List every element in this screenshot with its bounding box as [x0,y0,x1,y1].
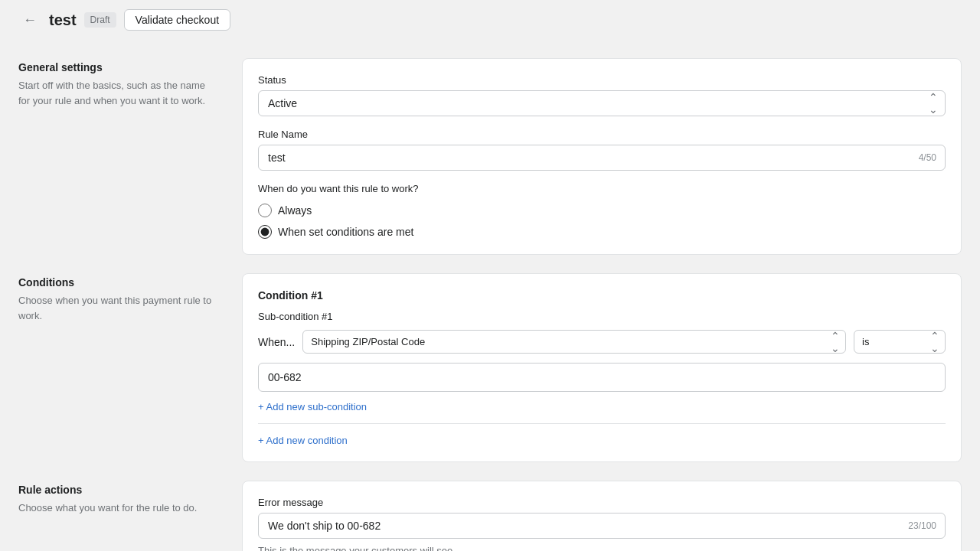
condition-value-input[interactable] [258,363,946,392]
conditions-card: Condition #1 Sub-condition #1 When... Sh… [242,273,962,462]
rule-actions-left: Rule actions Choose what you want for th… [18,481,217,551]
error-message-input-wrapper: 23/100 [258,513,946,539]
general-settings-left: General settings Start off with the basi… [18,58,217,255]
rule-actions-card: Error message 23/100 This is the message… [242,481,962,551]
conditions-right: Condition #1 Sub-condition #1 When... Sh… [242,273,962,462]
rule-actions-title: Rule actions [18,484,217,496]
page-header: ← test Draft Validate checkout [0,0,980,40]
status-group: Status Active Inactive ⌃⌄ [258,74,946,116]
rule-name-label: Rule Name [258,129,946,140]
radio-conditions-option[interactable]: When set conditions are met [258,225,946,239]
radio-always-option[interactable]: Always [258,204,946,217]
general-settings-card: Status Active Inactive ⌃⌄ Rule Name [242,58,962,255]
when-question-group: When do you want this rule to work? Alwa… [258,183,946,239]
condition-field-select[interactable]: Shipping ZIP/Postal Code Billing ZIP/Pos… [302,330,846,354]
error-message-char-count: 23/100 [908,520,936,531]
status-select-wrapper: Active Inactive ⌃⌄ [258,90,946,116]
radio-always-input[interactable] [258,204,272,217]
validate-checkout-button[interactable]: Validate checkout [124,9,230,31]
conditions-desc: Choose when you want this payment rule t… [18,293,217,323]
when-question: When do you want this rule to work? [258,183,946,194]
condition-operator-select[interactable]: is is not contains starts with ends with [854,330,946,354]
sub-condition-1-title: Sub-condition #1 [258,311,946,322]
rule-actions-desc: Choose what you want for the rule to do. [18,500,217,516]
conditions-divider [258,423,946,424]
add-condition-button[interactable]: + Add new condition [258,435,348,446]
condition-operator-wrapper: is is not contains starts with ends with… [854,330,946,354]
status-label: Status [258,74,946,86]
radio-conditions-input[interactable] [258,225,272,239]
radio-always-label: Always [278,204,312,217]
conditions-left: Conditions Choose when you want this pay… [18,273,217,462]
rule-actions-right: Error message 23/100 This is the message… [242,481,962,551]
general-settings-right: Status Active Inactive ⌃⌄ Rule Name [242,58,962,255]
condition-row: When... Shipping ZIP/Postal Code Billing… [258,330,946,354]
condition-field-wrapper: Shipping ZIP/Postal Code Billing ZIP/Pos… [302,330,846,354]
conditions-title: Conditions [18,276,217,289]
rule-actions-section: Rule actions Choose what you want for th… [18,481,962,551]
error-message-label: Error message [258,497,946,508]
add-sub-condition-button[interactable]: + Add new sub-condition [258,401,367,412]
main-content: General settings Start off with the basi… [0,40,980,551]
error-message-input[interactable] [258,513,946,539]
rule-name-char-count: 4/50 [919,152,936,163]
conditions-section: Conditions Choose when you want this pay… [18,273,962,462]
rule-name-group: Rule Name 4/50 [258,129,946,171]
general-settings-section: General settings Start off with the basi… [18,58,962,255]
rule-name-input[interactable] [258,145,946,171]
general-settings-desc: Start off with the basics, such as the n… [18,78,217,108]
general-settings-title: General settings [18,61,217,73]
page-title: test [49,11,77,29]
error-message-note: This is the message your customers will … [258,545,946,551]
radio-group: Always When set conditions are met [258,204,946,239]
radio-conditions-label: When set conditions are met [278,226,413,238]
status-select[interactable]: Active Inactive [258,90,946,116]
error-message-group: Error message 23/100 This is the message… [258,497,946,551]
rule-name-input-wrapper: 4/50 [258,145,946,171]
condition-1-title: Condition #1 [258,289,946,302]
draft-badge: Draft [84,12,116,28]
back-button[interactable]: ← [18,11,41,30]
when-label: When... [258,336,295,348]
